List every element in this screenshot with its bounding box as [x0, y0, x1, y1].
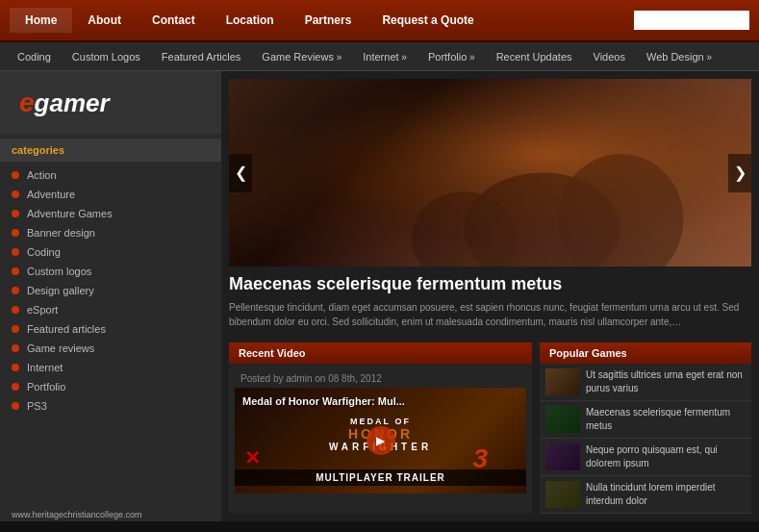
bottom-panels: Recent Video Posted by admin on 08 8th, … — [229, 342, 751, 514]
bullet-icon — [12, 344, 19, 352]
bullet-icon — [12, 229, 19, 237]
game-thumb-4 — [545, 481, 580, 508]
hero-next-button[interactable]: ❯ — [728, 154, 751, 192]
nav-about[interactable]: About — [72, 8, 137, 33]
cat-banner-design[interactable]: Banner design — [0, 223, 221, 242]
nav-partners[interactable]: Partners — [290, 8, 367, 33]
search-input[interactable] — [634, 11, 749, 30]
hero-title: Maecenas scelerisque fermentum metus — [229, 274, 751, 294]
recent-video-body: Posted by admin on 08 8th, 2012 Medal of… — [229, 364, 532, 499]
cat-label: Banner design — [27, 227, 95, 239]
hero-image — [229, 79, 751, 266]
game-title-2: Maecenas scelerisque fermentum metus — [586, 406, 746, 433]
top-nav: Home About Contact Location Partners Req… — [0, 0, 759, 42]
bullet-icon — [12, 364, 19, 371]
sec-nav-recent-updates[interactable]: Recent Updates — [487, 47, 582, 66]
video-title: Medal of Honor Warfigher: Mul... — [242, 395, 519, 407]
cat-internet[interactable]: Internet — [0, 358, 221, 377]
cat-coding[interactable]: Coding — [0, 242, 221, 262]
cat-label: Game reviews — [27, 342, 94, 354]
game-title-4: Nulla tincidunt lorem imperdiet interdum… — [586, 481, 746, 508]
game-title-1: Ut sagittis ultrices urna eget erat non … — [586, 368, 746, 395]
sec-nav-videos[interactable]: Videos — [584, 47, 635, 66]
top-nav-items: Home About Contact Location Partners Req… — [10, 8, 634, 33]
cat-ps3[interactable]: PS3 — [0, 396, 221, 416]
cat-label: PS3 — [27, 400, 47, 412]
sec-nav-coding[interactable]: Coding — [8, 47, 61, 66]
nav-location[interactable]: Location — [211, 8, 290, 33]
bullet-icon — [12, 287, 19, 294]
categories-header: categories — [0, 139, 221, 162]
game-thumb-1 — [545, 368, 580, 395]
nav-request-quote[interactable]: Request a Quote — [367, 8, 489, 33]
cat-esport[interactable]: eSport — [0, 300, 221, 319]
logo-area: egamer — [0, 71, 221, 134]
bullet-icon — [12, 248, 19, 256]
page-wrapper: Home About Contact Location Partners Req… — [0, 0, 759, 521]
sec-nav: Coding Custom Logos Featured Articles Ga… — [0, 42, 759, 71]
hero-text-area: Maecenas scelerisque fermentum metus Pel… — [229, 266, 751, 337]
popular-games-panel: Popular Games Ut sagittis ultrices urna … — [540, 342, 751, 514]
game-thumb-2 — [545, 406, 580, 433]
bullet-icon — [12, 190, 19, 198]
sec-nav-web-design[interactable]: Web Design — [637, 47, 721, 66]
cat-adventure-games[interactable]: Adventure Games — [0, 204, 221, 223]
game-item-1[interactable]: Ut sagittis ultrices urna eget erat non … — [540, 364, 751, 401]
cat-adventure[interactable]: Adventure — [0, 185, 221, 204]
nav-contact[interactable]: Contact — [137, 8, 211, 33]
logo-e: e — [19, 88, 35, 117]
bullet-icon — [12, 171, 19, 179]
cat-game-reviews[interactable]: Game reviews — [0, 339, 221, 358]
bullet-icon — [12, 210, 19, 217]
video-badge: MULTIPLAYER TRAILER — [235, 469, 526, 486]
video-thumbnail[interactable]: Medal of Honor Warfigher: Mul... MEDAL O… — [235, 388, 526, 494]
hero-description: Pellentesque tincidunt, diam eget accums… — [229, 300, 751, 329]
game-thumb-3 — [545, 443, 580, 470]
cat-design-gallery[interactable]: Design gallery — [0, 281, 221, 300]
cat-label: Action — [27, 169, 57, 181]
cat-label: Adventure Games — [27, 208, 113, 219]
sec-nav-portfolio[interactable]: Portfolio — [418, 47, 485, 66]
site-logo: egamer — [19, 88, 110, 118]
sidebar: egamer categories Action Adventure Adven… — [0, 71, 221, 521]
cat-label: eSport — [27, 304, 58, 316]
right-content: ❮ ❯ Maecenas scelerisque fermentum metus… — [221, 71, 759, 521]
hero-slider: ❮ ❯ — [229, 79, 751, 266]
play-button[interactable]: ▶ — [367, 426, 395, 455]
sec-nav-internet[interactable]: Internet — [353, 47, 417, 66]
game-item-3[interactable]: Neque porro quisquam est, qui dolorem ip… — [540, 439, 751, 476]
cat-label: Design gallery — [27, 285, 94, 296]
recent-video-header: Recent Video — [229, 342, 532, 364]
game-item-4[interactable]: Nulla tincidunt lorem imperdiet interdum… — [540, 476, 751, 514]
game-item-2[interactable]: Maecenas scelerisque fermentum metus — [540, 401, 751, 439]
cat-action[interactable]: Action — [0, 165, 221, 185]
cat-label: Internet — [27, 362, 63, 373]
cat-label: Portfolio — [27, 381, 65, 393]
cat-featured-articles[interactable]: Featured articles — [0, 319, 221, 339]
bullet-icon — [12, 306, 19, 314]
x-mark: ✕ — [244, 446, 261, 469]
sec-nav-custom-logos[interactable]: Custom Logos — [63, 47, 150, 66]
cat-custom-logos[interactable]: Custom logos — [0, 262, 221, 281]
main-content: egamer categories Action Adventure Adven… — [0, 71, 759, 521]
sec-nav-featured-articles[interactable]: Featured Articles — [152, 47, 251, 66]
cat-label: Coding — [27, 246, 61, 258]
website-label: www.heritagechristiancollege.com — [12, 510, 142, 519]
bullet-icon — [12, 325, 19, 333]
category-list: Action Adventure Adventure Games Banner … — [0, 162, 221, 419]
game-title-3: Neque porro quisquam est, qui dolorem ip… — [586, 443, 746, 470]
logo-text: gamer — [35, 89, 110, 117]
cat-portfolio[interactable]: Portfolio — [0, 377, 221, 396]
cat-label: Featured articles — [27, 323, 106, 335]
bullet-icon — [12, 402, 19, 410]
sec-nav-game-reviews[interactable]: Game Reviews — [252, 47, 351, 66]
bullet-icon — [12, 383, 19, 391]
cat-label: Custom logos — [27, 266, 91, 277]
posted-by: Posted by admin on 08 8th, 2012 — [235, 369, 526, 388]
hero-soldiers-svg — [229, 79, 751, 266]
popular-games-header: Popular Games — [540, 342, 751, 364]
recent-video-panel: Recent Video Posted by admin on 08 8th, … — [229, 342, 532, 514]
nav-home[interactable]: Home — [10, 8, 72, 33]
popular-games-list: Ut sagittis ultrices urna eget erat non … — [540, 364, 751, 514]
hero-prev-button[interactable]: ❮ — [229, 154, 252, 192]
